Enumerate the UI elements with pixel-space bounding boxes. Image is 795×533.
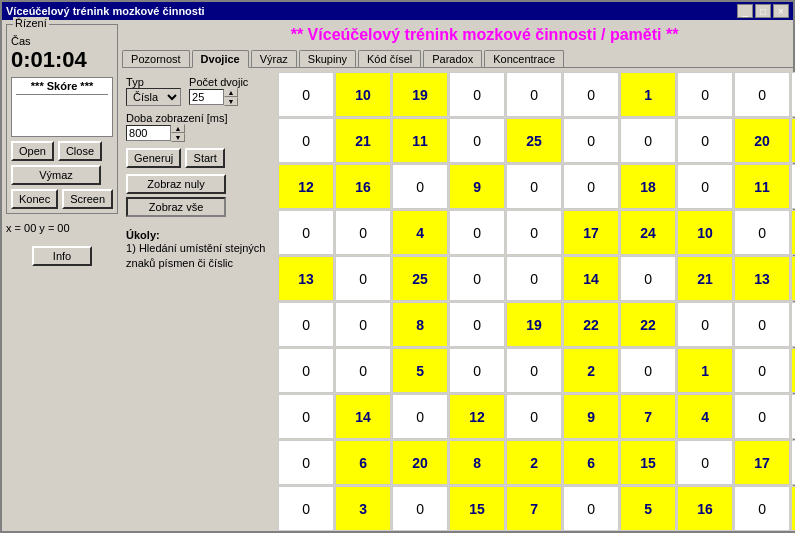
grid-cell[interactable]: 13 [278,256,334,301]
grid-cell[interactable]: 0 [791,72,795,117]
grid-cell[interactable]: 22 [563,302,619,347]
typ-select[interactable]: Čísla [126,88,181,106]
generuj-button[interactable]: Generuj [126,148,181,168]
grid-cell[interactable]: 25 [506,118,562,163]
maximize-button[interactable]: □ [755,4,771,18]
grid-cell[interactable]: 0 [677,302,733,347]
grid-cell[interactable]: 22 [620,302,676,347]
grid-cell[interactable]: 1 [620,72,676,117]
grid-cell[interactable]: 4 [677,394,733,439]
grid-cell[interactable]: 5 [620,486,676,531]
grid-cell[interactable]: 7 [506,486,562,531]
grid-cell[interactable]: 3 [335,486,391,531]
grid-cell[interactable]: 11 [734,164,790,209]
tab-paradox[interactable]: Paradox [423,50,482,67]
grid-cell[interactable]: 1 [677,348,733,393]
grid-cell[interactable]: 13 [734,256,790,301]
grid-cell[interactable]: 0 [677,440,733,485]
grid-cell[interactable]: 11 [392,118,448,163]
start-button[interactable]: Start [185,148,225,168]
grid-cell[interactable]: 23 [791,486,795,531]
grid-cell[interactable]: 6 [563,440,619,485]
grid-cell[interactable]: 0 [734,210,790,255]
grid-cell[interactable]: 4 [392,210,448,255]
grid-cell[interactable]: 0 [392,164,448,209]
grid-cell[interactable]: 0 [278,118,334,163]
grid-cell[interactable]: 18 [620,164,676,209]
grid-cell[interactable]: 15 [620,440,676,485]
grid-cell[interactable]: 16 [335,164,391,209]
pocet-input[interactable] [189,89,224,105]
grid-cell[interactable]: 0 [506,210,562,255]
grid-cell[interactable]: 0 [506,348,562,393]
grid-cell[interactable]: 20 [734,118,790,163]
grid-cell[interactable]: 0 [506,164,562,209]
grid-cell[interactable]: 6 [335,440,391,485]
grid-cell[interactable]: 0 [392,486,448,531]
grid-cell[interactable]: 0 [278,72,334,117]
pocet-down-button[interactable]: ▼ [224,97,238,106]
grid-cell[interactable]: 10 [677,210,733,255]
konec-button[interactable]: Konec [11,189,58,209]
grid-cell[interactable]: 0 [563,164,619,209]
grid-cell[interactable]: 0 [563,118,619,163]
grid-cell[interactable]: 15 [449,486,505,531]
grid-cell[interactable]: 16 [677,486,733,531]
grid-cell[interactable]: 0 [734,302,790,347]
grid-cell[interactable]: 25 [392,256,448,301]
grid-cell[interactable]: 9 [449,164,505,209]
grid-cell[interactable]: 0 [506,72,562,117]
grid-cell[interactable]: 0 [734,394,790,439]
grid-cell[interactable]: 17 [734,440,790,485]
grid-cell[interactable]: 23 [791,256,795,301]
tab-vyraz[interactable]: Výraz [251,50,297,67]
grid-cell[interactable]: 7 [620,394,676,439]
grid-cell[interactable]: 0 [335,210,391,255]
grid-cell[interactable]: 0 [791,440,795,485]
grid-cell[interactable]: 0 [449,302,505,347]
grid-cell[interactable]: 0 [278,394,334,439]
grid-cell[interactable]: 2 [563,348,619,393]
tab-koncentrace[interactable]: Koncentrace [484,50,564,67]
grid-cell[interactable]: 0 [335,348,391,393]
grid-cell[interactable]: 18 [791,210,795,255]
grid-cell[interactable]: 0 [278,486,334,531]
grid-cell[interactable]: 0 [506,394,562,439]
doba-input[interactable] [126,125,171,141]
grid-cell[interactable]: 20 [392,440,448,485]
pocet-up-button[interactable]: ▲ [224,88,238,97]
grid-cell[interactable]: 21 [677,256,733,301]
grid-cell[interactable]: 8 [449,440,505,485]
grid-cell[interactable]: 0 [278,210,334,255]
grid-cell[interactable]: 8 [392,302,448,347]
tab-dvojice[interactable]: Dvojice [192,50,249,68]
grid-cell[interactable]: 3 [791,118,795,163]
grid-cell[interactable]: 24 [791,348,795,393]
info-button[interactable]: Info [32,246,92,266]
minimize-button[interactable]: _ [737,4,753,18]
doba-up-button[interactable]: ▲ [171,124,185,133]
vymaz-button[interactable]: Výmaz [11,165,101,185]
grid-cell[interactable]: 0 [449,210,505,255]
zobraz-nuly-button[interactable]: Zobraz nuly [126,174,226,194]
grid-cell[interactable]: 0 [506,256,562,301]
close-button[interactable]: × [773,4,789,18]
tab-skupiny[interactable]: Skupiny [299,50,356,67]
grid-cell[interactable]: 17 [563,210,619,255]
grid-cell[interactable]: 0 [677,118,733,163]
grid-cell[interactable]: 0 [449,256,505,301]
grid-cell[interactable]: 0 [449,72,505,117]
grid-cell[interactable]: 12 [449,394,505,439]
grid-cell[interactable]: 0 [335,256,391,301]
doba-down-button[interactable]: ▼ [171,133,185,142]
grid-cell[interactable]: 9 [563,394,619,439]
tab-pozornost[interactable]: Pozornost [122,50,190,67]
grid-cell[interactable]: 0 [677,164,733,209]
grid-cell[interactable]: 0 [278,348,334,393]
grid-cell[interactable]: 24 [620,210,676,255]
grid-cell[interactable]: 5 [392,348,448,393]
screen-button[interactable]: Screen [62,189,113,209]
grid-cell[interactable]: 0 [734,348,790,393]
grid-cell[interactable]: 0 [563,72,619,117]
grid-cell[interactable]: 10 [335,72,391,117]
